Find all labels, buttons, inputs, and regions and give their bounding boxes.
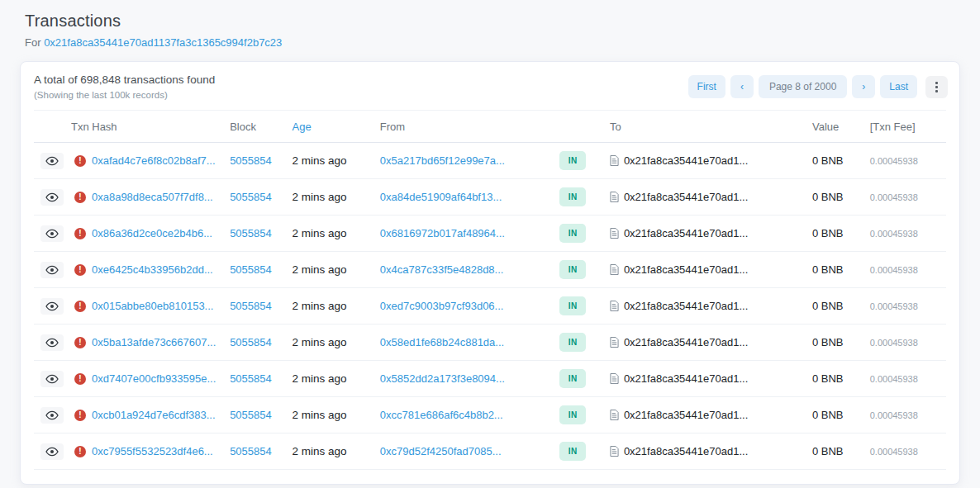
to-address-text: 0x21fa8ca35441e70ad1...: [624, 409, 748, 421]
txn-hash-link[interactable]: 0xe6425c4b33956b2dd...: [92, 263, 213, 276]
txn-hash-link[interactable]: 0x015abbe80eb810153...: [92, 300, 213, 312]
next-page-button[interactable]: ›: [852, 75, 875, 98]
chevron-right-icon: ›: [862, 81, 865, 92]
table-row: 0xa8a98d8eca507f7df8... 5055854 2 mins a…: [34, 179, 946, 216]
txn-hash-link[interactable]: 0xafad4c7e6f8c02b8af7...: [92, 154, 216, 167]
view-details-button[interactable]: [40, 298, 64, 315]
view-details-button[interactable]: [40, 334, 64, 351]
table-row: 0xafad4c7e6f8c02b8af7... 5055854 2 mins …: [34, 143, 946, 179]
txn-hash-link[interactable]: 0x5ba13afde73c667607...: [92, 336, 216, 348]
document-icon: [610, 446, 619, 457]
view-details-button[interactable]: [40, 153, 64, 169]
first-page-button[interactable]: First: [688, 75, 725, 98]
header-direction-spacer: [549, 111, 602, 143]
details-cell: [34, 288, 71, 325]
block-link[interactable]: 5055854: [230, 409, 272, 421]
to-address-text: 0x21fa8ca35441e70ad1...: [624, 372, 748, 385]
from-address-link[interactable]: 0xcc781e686af6c4b8b2...: [380, 409, 503, 421]
block-link[interactable]: 5055854: [230, 372, 272, 385]
header-txn-fee: [Txn Fee]: [862, 111, 946, 143]
txn-hash-link[interactable]: 0x86a36d2ce0ce2b4b6...: [92, 227, 212, 239]
eye-icon: [45, 192, 59, 202]
view-details-button[interactable]: [40, 443, 64, 460]
view-details-button[interactable]: [40, 225, 64, 242]
table-header-row: Txn Hash Block Age From To Value [Txn Fe…: [34, 111, 946, 143]
value-text: 0 BNB: [812, 336, 844, 348]
block-link[interactable]: 5055854: [230, 191, 272, 203]
block-link[interactable]: 5055854: [230, 445, 272, 457]
value-text: 0 BNB: [812, 227, 844, 239]
eye-icon: [45, 156, 59, 166]
eye-icon: [45, 265, 59, 275]
eye-icon: [45, 447, 59, 457]
block-link[interactable]: 5055854: [230, 154, 272, 167]
records-note-text: (Showing the last 100k records): [34, 90, 215, 100]
exclamation-circle-icon: [74, 192, 86, 203]
document-icon: [610, 337, 619, 348]
age-text: 2 mins ago: [293, 445, 347, 457]
to-address-text: 0x21fa8ca35441e70ad1...: [624, 300, 748, 312]
direction-badge: IN: [559, 224, 586, 243]
to-cell: 0x21fa8ca35441e70ad1...: [610, 372, 789, 385]
prev-page-button[interactable]: ‹: [730, 75, 754, 98]
txn-hash-link[interactable]: 0xc7955f5532523df4e6...: [92, 445, 213, 457]
kebab-menu-icon: [935, 86, 938, 88]
document-icon: [610, 373, 619, 384]
txn-hash-cell: 0xc7955f5532523df4e6...: [71, 445, 225, 457]
from-address-link[interactable]: 0xa84de51909af64bf13...: [380, 191, 502, 203]
table-row: 0x5ba13afde73c667607... 5055854 2 mins a…: [34, 325, 946, 361]
txn-hash-cell: 0xafad4c7e6f8c02b8af7...: [71, 154, 225, 167]
txn-hash-link[interactable]: 0xcb01a924d7e6cdf383...: [92, 409, 216, 421]
txn-hash-link[interactable]: 0xd7407e00cfb933595e...: [92, 372, 216, 385]
txn-hash-cell: 0x015abbe80eb810153...: [71, 300, 225, 312]
direction-badge: IN: [559, 151, 586, 170]
options-menu-button[interactable]: [925, 76, 948, 98]
from-address-link[interactable]: 0x5852dd2a173f3e8094...: [380, 372, 505, 385]
last-page-button[interactable]: Last: [880, 75, 917, 98]
to-address-text: 0x21fa8ca35441e70ad1...: [624, 191, 748, 203]
header-age-toggle[interactable]: Age: [286, 111, 370, 143]
details-cell: [34, 434, 71, 470]
to-address-text: 0x21fa8ca35441e70ad1...: [624, 336, 748, 348]
to-cell: 0x21fa8ca35441e70ad1...: [610, 300, 789, 312]
txn-fee-text: 0.00045938: [870, 447, 918, 457]
address-link[interactable]: 0x21fa8ca35441e70ad1137fa3c1365c994f2b7c…: [44, 36, 282, 49]
exclamation-circle-icon: [74, 155, 86, 167]
view-details-button[interactable]: [40, 371, 64, 387]
page-subtitle: For 0x21fa8ca35441e70ad1137fa3c1365c994f…: [25, 36, 960, 49]
txn-fee-text: 0.00045938: [870, 156, 918, 166]
direction-badge: IN: [559, 333, 586, 352]
to-address-text: 0x21fa8ca35441e70ad1...: [624, 445, 748, 457]
from-address-link[interactable]: 0xed7c9003b97cf93d06...: [380, 300, 504, 312]
exclamation-circle-icon: [74, 264, 86, 276]
txn-fee-text: 0.00045938: [870, 338, 918, 348]
age-text: 2 mins ago: [293, 372, 347, 385]
total-transactions-text: A total of 698,848 transactions found: [34, 73, 215, 86]
block-link[interactable]: 5055854: [230, 227, 272, 239]
txn-hash-cell: 0x5ba13afde73c667607...: [71, 336, 225, 348]
block-link[interactable]: 5055854: [230, 336, 272, 348]
value-text: 0 BNB: [812, 300, 844, 312]
exclamation-circle-icon: [74, 301, 86, 312]
txn-hash-link[interactable]: 0xa8a98d8eca507f7df8...: [92, 191, 213, 203]
value-text: 0 BNB: [812, 191, 844, 203]
details-cell: [34, 325, 71, 361]
to-cell: 0x21fa8ca35441e70ad1...: [610, 191, 789, 203]
direction-badge: IN: [559, 187, 586, 206]
txn-fee-text: 0.00045938: [870, 374, 918, 384]
exclamation-circle-icon: [74, 373, 86, 385]
view-details-button[interactable]: [40, 262, 64, 278]
from-address-link[interactable]: 0xc79d52f4250fad7085...: [380, 445, 502, 457]
age-text: 2 mins ago: [293, 300, 347, 312]
from-address-link[interactable]: 0x4ca787c33f5e4828d8...: [380, 263, 504, 276]
from-address-link[interactable]: 0x6816972b017af48964...: [380, 227, 505, 239]
from-address-link[interactable]: 0x58ed1fe68b24c881da...: [380, 336, 504, 348]
page-title: Transactions: [25, 12, 960, 31]
from-address-link[interactable]: 0x5a217bd65f12e99e7a...: [380, 154, 505, 167]
view-details-button[interactable]: [40, 189, 64, 206]
direction-badge: IN: [559, 296, 586, 315]
subtitle-prefix: For: [25, 36, 41, 49]
block-link[interactable]: 5055854: [230, 300, 272, 312]
view-details-button[interactable]: [40, 407, 64, 424]
block-link[interactable]: 5055854: [230, 263, 272, 276]
